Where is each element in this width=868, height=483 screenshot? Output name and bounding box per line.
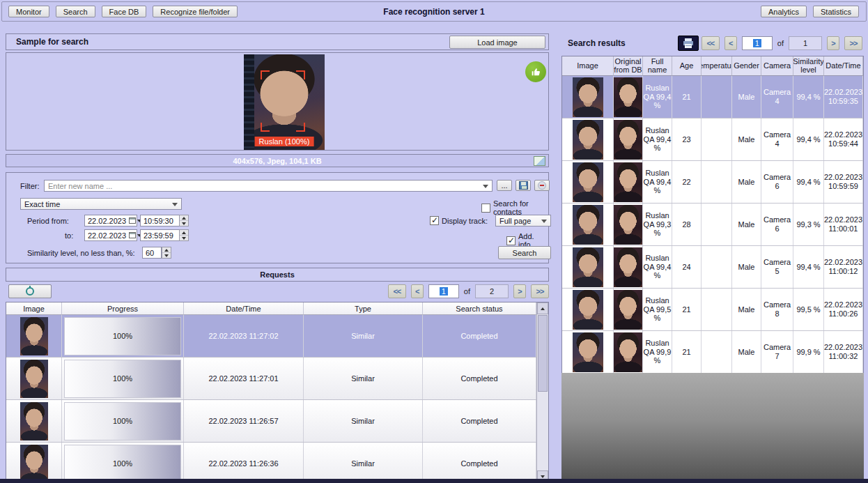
column-header-fullname[interactable]: Full name xyxy=(643,56,672,76)
to-time-spinner[interactable]: 23:59:59 xyxy=(140,229,189,241)
browse-button[interactable]: ... xyxy=(497,180,512,191)
search-button[interactable]: Search xyxy=(498,246,551,259)
last-page-button[interactable]: >> xyxy=(531,284,549,298)
time-mode-value: Exact time xyxy=(24,200,60,208)
window-bottom-edge xyxy=(0,479,868,483)
next-page-button[interactable]: > xyxy=(827,36,839,50)
results-empty-area xyxy=(561,373,864,479)
top-toolbar: Monitor Search Face DB Recognize file/fo… xyxy=(1,1,867,22)
search-contacts-checkbox[interactable] xyxy=(481,204,490,213)
column-header-camera[interactable]: Camera xyxy=(761,56,793,76)
remove-icon[interactable] xyxy=(534,180,550,191)
page-number-value: 1 xyxy=(440,287,448,296)
image-info-text: 404x576, Jpeg, 104,1 KB xyxy=(233,157,321,165)
column-header-type[interactable]: Type xyxy=(304,302,423,315)
column-header-image[interactable]: Image xyxy=(6,302,62,315)
printer-icon[interactable] xyxy=(678,36,699,51)
result-thumbnail xyxy=(573,77,603,117)
display-track-option[interactable]: Display track: xyxy=(430,216,488,225)
column-header-original[interactable]: Original from DB xyxy=(614,56,643,76)
face-bounding-box xyxy=(261,70,305,132)
result-row[interactable]: Ruslan QA 99,5 %21 Male Camera 899,5 % 2… xyxy=(562,289,863,331)
result-row[interactable]: Ruslan QA 99,4 %21 Male Camera 499,4 % 2… xyxy=(562,76,863,118)
statistics-button[interactable]: Statistics xyxy=(813,6,859,17)
column-header-image[interactable]: Image xyxy=(562,56,614,76)
request-status: Completed xyxy=(423,400,536,442)
request-type: Similar xyxy=(304,443,423,483)
request-status: Completed xyxy=(423,315,536,357)
request-datetime: 22.02.2023 11:26:57 xyxy=(184,400,304,442)
scroll-up-button[interactable] xyxy=(537,302,548,314)
requests-toolbar: Refresh << < 1 of 2 > >> xyxy=(6,284,549,300)
analytics-button[interactable]: Analytics xyxy=(761,6,807,17)
period-from-time-spinner[interactable]: 10:59:30 xyxy=(140,215,189,227)
column-header-datetime[interactable]: Date/Time xyxy=(824,56,863,76)
requests-header-label: Requests xyxy=(260,270,295,279)
filter-name-combobox[interactable]: Enter new name ... xyxy=(44,180,493,192)
face-recognition-app: Monitor Search Face DB Recognize file/fo… xyxy=(0,0,868,483)
requests-table-header: Image Progress Date/Time Type Search sta… xyxy=(6,302,536,315)
to-time-value: 23:59:59 xyxy=(144,231,173,240)
display-track-checkbox[interactable] xyxy=(430,216,439,225)
column-header-gender[interactable]: Gender xyxy=(732,56,761,76)
scrollbar-thumb[interactable] xyxy=(538,315,548,392)
export-image-icon[interactable] xyxy=(534,156,545,166)
column-header-similarity[interactable]: Similarity level xyxy=(793,56,824,76)
result-row[interactable]: Ruslan QA 99,4 %24 Male Camera 599,4 % 2… xyxy=(562,246,863,289)
request-row[interactable]: 100% 22.02.2023 11:26:57 Similar Complet… xyxy=(6,400,536,443)
db-thumbnail xyxy=(614,77,642,117)
result-row[interactable]: Ruslan QA 99,9 %21 Male Camera 799,9 % 2… xyxy=(562,331,863,374)
column-header-age[interactable]: Age xyxy=(672,56,702,76)
save-icon[interactable] xyxy=(516,180,531,191)
to-date-picker[interactable]: 22.02.2023 xyxy=(84,229,137,241)
last-page-button[interactable]: >> xyxy=(844,36,862,50)
column-header-temperature[interactable]: Temperature xyxy=(702,56,732,76)
column-header-status[interactable]: Search status xyxy=(423,302,536,315)
similarity-spinner-buttons[interactable] xyxy=(162,247,171,259)
result-row[interactable]: Ruslan QA 99,3 %28 Male Camera 699,3 % 2… xyxy=(562,204,863,246)
first-page-button[interactable]: << xyxy=(388,284,406,298)
calendar-icon xyxy=(129,217,136,224)
request-datetime: 22.02.2023 11:26:36 xyxy=(184,443,304,483)
result-row[interactable]: Ruslan QA 99,4 %22 Male Camera 699,4 % 2… xyxy=(562,161,863,204)
time-mode-combobox[interactable]: Exact time xyxy=(20,198,182,210)
column-header-progress[interactable]: Progress xyxy=(62,302,184,315)
requests-header: Requests xyxy=(6,268,549,282)
search-for-contacts-option[interactable]: Search for contacts xyxy=(481,199,548,216)
prev-page-button[interactable]: < xyxy=(724,36,737,50)
column-header-datetime[interactable]: Date/Time xyxy=(184,302,304,315)
request-type: Similar xyxy=(304,358,423,399)
page-number-input[interactable]: 1 xyxy=(428,284,459,298)
request-status: Completed xyxy=(423,443,536,483)
request-row[interactable]: 100% 22.02.2023 11:26:36 Similar Complet… xyxy=(6,443,536,483)
request-row[interactable]: 100% 22.02.2023 11:27:02 Similar Complet… xyxy=(6,315,536,358)
request-row[interactable]: 100% 22.02.2023 11:27:01 Similar Complet… xyxy=(6,358,536,400)
display-track-combobox[interactable]: Full page xyxy=(495,215,551,227)
chevron-down-icon xyxy=(541,220,547,223)
request-thumbnail xyxy=(20,445,48,483)
filter-panel: Filter: Enter new name ... ... Exact tim… xyxy=(6,172,549,263)
similarity-level-spinner[interactable]: 60 xyxy=(142,247,171,259)
requests-pagination: << < 1 of 2 > >> xyxy=(388,284,549,298)
page-number-input[interactable]: 1 xyxy=(742,36,773,50)
request-type: Similar xyxy=(304,400,423,442)
db-thumbnail xyxy=(614,290,642,330)
first-page-button[interactable]: << xyxy=(702,36,720,50)
display-track-value: Full page xyxy=(499,217,531,225)
prev-page-button[interactable]: < xyxy=(411,284,424,298)
period-from-date-picker[interactable]: 22.02.2023 xyxy=(84,215,137,227)
next-page-button[interactable]: > xyxy=(513,284,526,298)
sample-image-panel: Ruslan (100%) xyxy=(6,52,549,151)
result-row[interactable]: Ruslan QA 99,4 %23 Male Camera 499,4 % 2… xyxy=(562,118,863,161)
results-pagination: << < 1 of 1 > >> xyxy=(702,36,862,50)
image-info-bar: 404x576, Jpeg, 104,1 KB xyxy=(6,154,549,167)
time-spinner-buttons[interactable] xyxy=(179,229,189,241)
add-info-checkbox[interactable] xyxy=(506,236,516,245)
similarity-level-value: 60 xyxy=(146,249,154,257)
vertical-scrollbar[interactable] xyxy=(536,302,548,482)
display-track-label: Display track: xyxy=(442,217,488,225)
of-label: of xyxy=(777,36,784,50)
load-image-button[interactable]: Load image xyxy=(449,36,545,49)
time-spinner-buttons[interactable] xyxy=(179,215,189,227)
stopwatch-icon[interactable] xyxy=(8,284,52,298)
